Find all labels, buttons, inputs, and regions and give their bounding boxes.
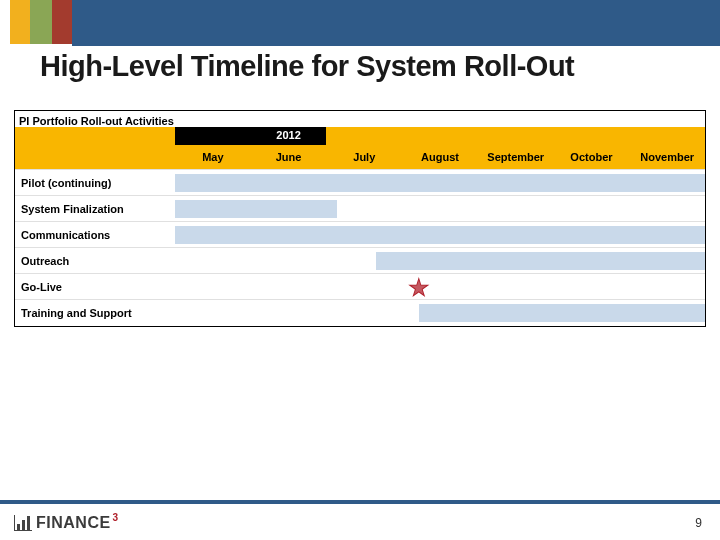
accent-block-red	[52, 0, 72, 44]
year-band-spacer	[15, 127, 175, 145]
row-track	[175, 170, 705, 195]
accent-block-gold	[10, 0, 30, 44]
gantt-bar	[376, 252, 705, 270]
year-label: 2012	[276, 129, 300, 141]
gantt-bar	[175, 174, 705, 192]
year-band-row: 2012	[15, 127, 705, 145]
gantt-bar	[175, 200, 337, 218]
gantt-table: PI Portfolio Roll-out Activities 2012 Ma…	[14, 110, 706, 327]
table-row: Communications	[15, 222, 705, 248]
row-label: Go-Live	[15, 274, 175, 299]
table-row: Training and Support	[15, 300, 705, 326]
months-header-spacer	[15, 145, 175, 169]
row-track	[175, 222, 705, 247]
gantt-bar	[175, 226, 705, 244]
row-track	[175, 300, 705, 326]
month-june: June	[251, 145, 327, 169]
year-band-left	[175, 127, 251, 145]
table-caption-row: PI Portfolio Roll-out Activities	[15, 111, 705, 127]
slide-title: High-Level Timeline for System Roll-Out	[40, 50, 574, 83]
month-may: May	[175, 145, 251, 169]
year-band-right	[326, 127, 705, 145]
footer-logo: FINANCE 3	[14, 514, 120, 532]
row-label: System Finalization	[15, 196, 175, 221]
page-number: 9	[695, 516, 702, 530]
row-track	[175, 196, 705, 221]
table-row: Outreach	[15, 248, 705, 274]
row-track	[175, 248, 705, 273]
row-label: Communications	[15, 222, 175, 247]
month-november: November	[629, 145, 705, 169]
table-row: Go-Live	[15, 274, 705, 300]
table-caption: PI Portfolio Roll-out Activities	[15, 111, 178, 127]
table-row: System Finalization	[15, 196, 705, 222]
logo-superscript: 3	[113, 512, 119, 523]
year-band-center: 2012	[251, 127, 327, 145]
months-header-row: May June July August September October N…	[15, 145, 705, 170]
gantt-rows: Pilot (continuing)System FinalizationCom…	[15, 170, 705, 326]
month-august: August	[402, 145, 478, 169]
month-july: July	[326, 145, 402, 169]
month-september: September	[478, 145, 554, 169]
accent-block-olive	[30, 0, 52, 44]
logo-bars-icon	[14, 515, 32, 531]
gantt-bar	[419, 304, 705, 322]
month-october: October	[554, 145, 630, 169]
header-bar-blue	[72, 0, 720, 44]
row-label: Pilot (continuing)	[15, 170, 175, 195]
logo-text: FINANCE	[36, 514, 111, 532]
row-label: Outreach	[15, 248, 175, 273]
row-label: Training and Support	[15, 300, 175, 326]
table-row: Pilot (continuing)	[15, 170, 705, 196]
row-track	[175, 274, 705, 299]
header-underline	[72, 44, 720, 46]
footer-rule	[0, 500, 720, 504]
header-color-blocks	[0, 0, 720, 44]
